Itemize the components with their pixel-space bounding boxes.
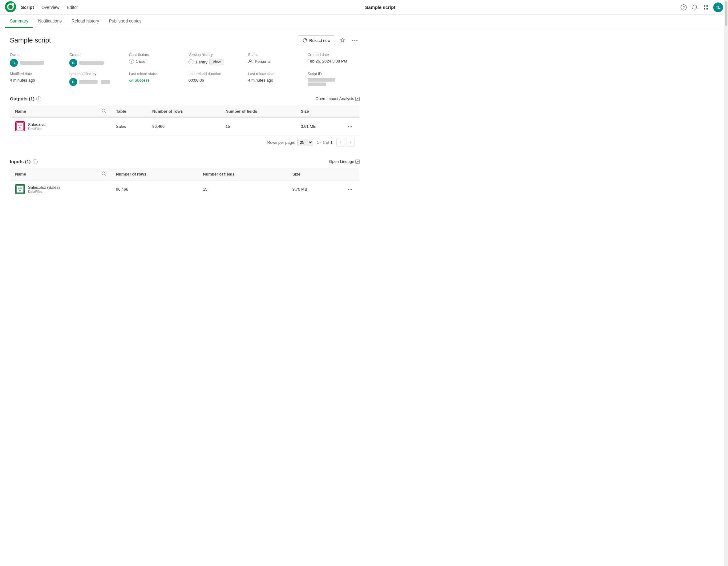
metadata-grid: Owner TL Creator TL Contributors i 1 use…	[10, 53, 360, 86]
reload-date-value: 4 minutes ago	[248, 78, 300, 83]
last-modified-name-redacted	[79, 80, 98, 84]
outputs-col-name: Name	[10, 105, 96, 118]
scrollbar-thumb[interactable]	[725, 1, 727, 26]
reload-icon	[302, 38, 307, 43]
reload-duration-meta: Last reload duration 00:00:06	[188, 72, 241, 86]
impact-analysis-icon	[355, 97, 360, 101]
contributors-value: 1 user	[136, 59, 147, 64]
outputs-pagination: Rows per page: 25 50 100 1 - 1 of 1	[10, 135, 360, 149]
inputs-cell-fields: 15	[198, 180, 287, 198]
outputs-col-actions	[341, 105, 360, 118]
svg-rect-5	[704, 5, 705, 7]
inputs-file-sub: DataFiles	[28, 190, 60, 193]
svg-text:file: file	[19, 127, 21, 129]
grid-icon[interactable]	[702, 4, 710, 11]
outputs-cell-rows: 96,466	[148, 118, 221, 135]
created-date-value: Feb 26, 2024 5:38 PM	[308, 59, 360, 63]
created-date-meta: Created date Feb 26, 2024 5:38 PM	[308, 53, 360, 67]
svg-rect-7	[704, 8, 705, 10]
script-id-label: Script ID	[308, 72, 360, 76]
outputs-row-more-button[interactable]: ···	[346, 122, 354, 131]
svg-point-2	[12, 3, 14, 6]
contributors-label: Contributors	[129, 53, 181, 57]
outputs-table-row: QVD file Sales.qvd DataFiles Sales 96,46…	[10, 118, 360, 135]
tab-published-copies[interactable]: Published copies	[104, 15, 147, 28]
space-label: Space	[248, 53, 300, 57]
contributors-meta: Contributors i 1 user	[129, 53, 181, 67]
inputs-section-header: Inputs (1) i Open Lineage	[10, 159, 360, 164]
reload-status-meta: Last reload status Success	[129, 72, 181, 86]
version-history-value: 1 entry	[195, 60, 208, 64]
star-button[interactable]	[338, 35, 347, 45]
svg-point-11	[354, 40, 355, 41]
success-check-icon	[129, 78, 133, 83]
reload-now-button[interactable]: Reload now	[298, 35, 335, 45]
nav-overview[interactable]: Overview	[39, 4, 62, 11]
modified-date-label: Modified date	[10, 72, 62, 76]
tab-reload-history[interactable]: Reload history	[67, 15, 104, 28]
app-title: Sample script	[85, 5, 675, 10]
outputs-file-sub: DataFiles	[28, 127, 46, 131]
svg-point-0	[5, 1, 16, 12]
prev-page-button[interactable]	[336, 138, 345, 147]
contributors-info-icon[interactable]: i	[129, 59, 134, 64]
svg-text:file: file	[19, 190, 21, 192]
script-id-redacted2	[308, 83, 326, 86]
inputs-cell-search-col	[96, 180, 111, 198]
page-info: 1 - 1 of 1	[317, 140, 333, 145]
svg-rect-16	[16, 123, 24, 130]
inputs-title: Inputs (1) i	[10, 159, 38, 164]
last-modified-name-redacted2	[101, 80, 110, 84]
inputs-row-more-button[interactable]: ···	[346, 185, 354, 193]
inputs-info-icon[interactable]: i	[33, 159, 38, 164]
svg-rect-14	[356, 97, 359, 101]
nav-editor[interactable]: Editor	[64, 4, 81, 11]
version-view-button[interactable]: View	[209, 59, 224, 65]
more-options-button[interactable]	[350, 35, 360, 45]
created-date-label: Created date	[308, 53, 360, 57]
rows-per-page-select[interactable]: 25 50 100	[297, 139, 313, 146]
svg-text:QVD: QVD	[18, 124, 22, 126]
open-lineage-link[interactable]: Open Lineage	[329, 159, 360, 164]
scrollbar[interactable]	[724, 0, 728, 205]
qlik-logo[interactable]	[5, 1, 16, 13]
last-modified-label: Last modified by	[69, 72, 121, 76]
outputs-cell-search-col	[96, 118, 111, 135]
outputs-cell-table: Sales	[111, 118, 148, 135]
outputs-col-search[interactable]	[96, 105, 111, 118]
space-icon	[248, 59, 253, 64]
svg-point-10	[352, 40, 353, 41]
outputs-info-icon[interactable]: i	[36, 96, 41, 101]
inputs-cell-rows: 96,466	[111, 180, 198, 198]
tab-summary[interactable]: Summary	[5, 15, 33, 28]
creator-meta: Creator TL	[69, 53, 121, 67]
owner-avatar: TL	[10, 59, 18, 67]
notification-icon[interactable]	[691, 4, 698, 11]
inputs-col-search[interactable]	[96, 168, 111, 180]
outputs-cell-fields: 15	[220, 118, 296, 135]
owner-name-redacted	[20, 61, 44, 65]
version-info-icon[interactable]: i	[188, 59, 193, 64]
inputs-cell-size: 9.76 MB	[287, 180, 341, 198]
xlsx-file-icon: XLSX file	[15, 184, 25, 194]
svg-rect-19	[356, 160, 359, 164]
tab-notifications[interactable]: Notifications	[33, 15, 67, 28]
inputs-cell-more: ···	[341, 180, 360, 198]
last-modified-avatar: TL	[69, 78, 77, 86]
top-nav: Script Overview Editor Sample script ?	[0, 0, 728, 15]
reload-date-label: Last reload date	[248, 72, 300, 76]
open-impact-analysis-link[interactable]: Open Impact Analysis	[315, 96, 360, 101]
user-avatar[interactable]: TL	[713, 2, 723, 12]
modified-date-value: 4 minutes ago	[10, 78, 62, 83]
creator-name-redacted	[79, 61, 104, 65]
page-title-row: Sample script Reload now	[10, 35, 360, 45]
help-icon[interactable]: ?	[680, 4, 687, 11]
space-value: Personal	[255, 59, 270, 64]
next-page-button[interactable]	[346, 138, 355, 147]
inputs-col-name: Name	[10, 168, 96, 180]
outputs-col-table: Table	[111, 105, 148, 118]
outputs-col-fields: Number of fields	[220, 105, 296, 118]
main-content: Sample script Reload now	[0, 28, 370, 205]
version-history-meta: Version history i 1 entry View	[188, 53, 241, 67]
reload-duration-value: 00:00:06	[188, 78, 241, 83]
